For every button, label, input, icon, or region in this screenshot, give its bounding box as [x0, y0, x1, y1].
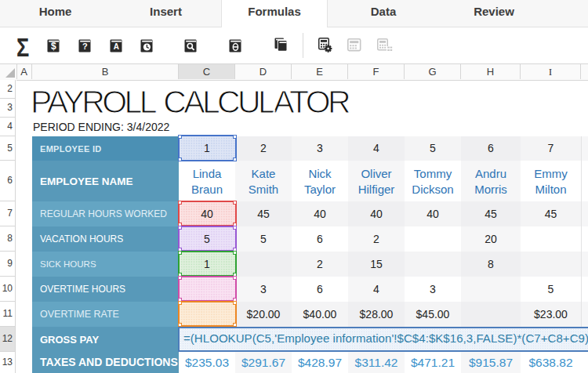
svg-text:?: ? [82, 42, 88, 51]
svg-text:A: A [113, 42, 118, 51]
svg-text:$: $ [51, 41, 56, 52]
